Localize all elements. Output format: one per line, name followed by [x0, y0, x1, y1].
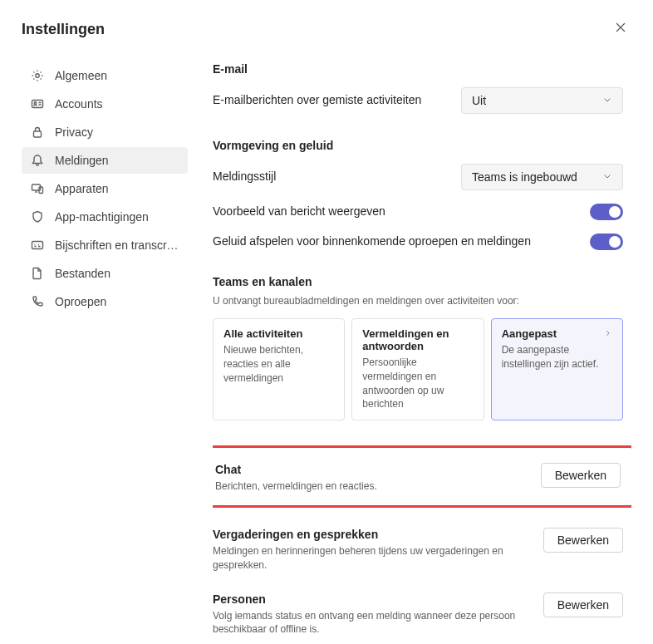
svg-rect-6: [32, 242, 43, 249]
meetings-desc: Meldingen en herinneringen beheren tijde…: [213, 544, 527, 573]
sidebar-item-meldingen[interactable]: Meldingen: [22, 147, 188, 174]
sidebar-item-label: Bestanden: [55, 267, 110, 280]
people-title: Personen: [213, 592, 527, 606]
gear-icon: [30, 68, 45, 83]
card-desc: De aangepaste instellingen zijn actief.: [502, 343, 612, 371]
meetings-edit-button[interactable]: Bewerken: [543, 528, 623, 553]
page-title: Instellingen: [22, 21, 105, 38]
teams-channels-desc: U ontvangt bureaubladmeldingen en meldin…: [213, 295, 623, 307]
sidebar-item-algemeen[interactable]: Algemeen: [22, 62, 188, 89]
email-section: E-mail E-mailberichten over gemiste acti…: [213, 62, 623, 114]
card-all-activity[interactable]: Alle activiteiten Nieuwe berichten, reac…: [213, 318, 345, 420]
sidebar-item-accounts[interactable]: Accounts: [22, 91, 188, 117]
svg-rect-1: [32, 101, 43, 108]
bell-icon: [30, 153, 45, 168]
chat-section: Chat Berichten, vermeldingen en reacties…: [215, 460, 621, 494]
meetings-section: Vergaderingen en gesprekken Meldingen en…: [213, 524, 623, 573]
captions-icon: [30, 238, 45, 253]
people-section: Personen Volg iemands status en ontvang …: [213, 589, 623, 637]
sidebar-item-label: Privacy: [55, 125, 93, 139]
teams-channels-title: Teams en kanalen: [213, 275, 623, 288]
play-sound-toggle[interactable]: [590, 234, 623, 250]
meetings-title: Vergaderingen en gesprekken: [213, 528, 527, 541]
sidebar: Algemeen Accounts Privacy Meldingen: [22, 62, 188, 644]
card-desc: Nieuwe berichten, reacties en alle verme…: [223, 343, 334, 385]
close-icon: [613, 22, 628, 38]
card-title: Aangepast: [502, 327, 557, 340]
card-desc: Persoonlijke vermeldingen en antwoorden …: [362, 356, 473, 411]
person-card-icon: [30, 96, 45, 111]
email-section-title: E-mail: [213, 62, 623, 76]
appearance-section-title: Vormgeving en geluid: [213, 139, 623, 152]
message-preview-label: Voorbeeld van bericht weergeven: [213, 204, 573, 220]
card-custom[interactable]: Aangepast De aangepaste instellingen zij…: [491, 318, 623, 420]
sidebar-item-app-machtigingen[interactable]: App-machtigingen: [22, 204, 188, 230]
card-mentions-replies[interactable]: Vermeldingen en antwoorden Persoonlijke …: [351, 318, 484, 420]
chat-highlight-box: Chat Berichten, vermeldingen en reacties…: [213, 445, 631, 508]
chevron-down-icon: [602, 94, 612, 107]
sidebar-item-label: App-machtigingen: [55, 210, 149, 224]
sidebar-item-label: Bijschriften en transcript...: [55, 238, 179, 252]
chat-desc: Berichten, vermeldingen en reacties.: [215, 479, 524, 494]
teams-channels-section: Teams en kanalen U ontvangt bureaubladme…: [213, 275, 623, 420]
sidebar-item-label: Algemeen: [55, 69, 107, 82]
chat-title: Chat: [215, 463, 524, 476]
sidebar-item-bestanden[interactable]: Bestanden: [22, 260, 188, 287]
main-content: E-mail E-mailberichten over gemiste acti…: [213, 62, 631, 644]
file-icon: [30, 266, 45, 281]
sidebar-item-oproepen[interactable]: Oproepen: [22, 288, 188, 315]
card-title: Alle activiteiten: [223, 327, 302, 340]
chevron-right-icon: [604, 328, 612, 340]
chat-edit-button[interactable]: Bewerken: [541, 463, 621, 488]
lock-icon: [30, 125, 45, 140]
sidebar-item-label: Accounts: [55, 97, 103, 111]
card-title: Vermeldingen en antwoorden: [362, 327, 473, 352]
sidebar-item-apparaten[interactable]: Apparaten: [22, 175, 188, 202]
sidebar-item-label: Oproepen: [55, 295, 106, 308]
dropdown-value: Teams is ingebouwd: [472, 170, 577, 184]
sidebar-item-label: Apparaten: [55, 182, 109, 195]
phone-icon: [30, 294, 45, 309]
people-edit-button[interactable]: Bewerken: [543, 592, 623, 617]
notification-style-label: Meldingsstijl: [213, 169, 444, 185]
notification-style-dropdown[interactable]: Teams is ingebouwd: [461, 164, 623, 190]
people-desc: Volg iemands status en ontvang een meldi…: [213, 609, 527, 637]
close-button[interactable]: [610, 17, 631, 42]
sidebar-item-privacy[interactable]: Privacy: [22, 119, 188, 145]
chevron-down-icon: [602, 170, 612, 184]
email-missed-dropdown[interactable]: Uit: [461, 87, 623, 114]
dropdown-value: Uit: [472, 94, 486, 107]
shield-icon: [30, 209, 45, 224]
svg-rect-3: [34, 131, 42, 137]
devices-icon: [30, 181, 45, 196]
sidebar-item-bijschriften[interactable]: Bijschriften en transcript...: [22, 232, 188, 258]
sidebar-item-label: Meldingen: [55, 154, 109, 167]
svg-point-0: [36, 74, 39, 77]
message-preview-toggle[interactable]: [590, 204, 623, 220]
appearance-section: Vormgeving en geluid Meldingsstijl Teams…: [213, 139, 623, 250]
play-sound-label: Geluid afspelen voor binnenkomende oproe…: [213, 234, 573, 250]
svg-point-2: [34, 102, 37, 105]
svg-rect-5: [39, 187, 43, 194]
email-missed-label: E-mailberichten over gemiste activiteite…: [213, 92, 444, 109]
